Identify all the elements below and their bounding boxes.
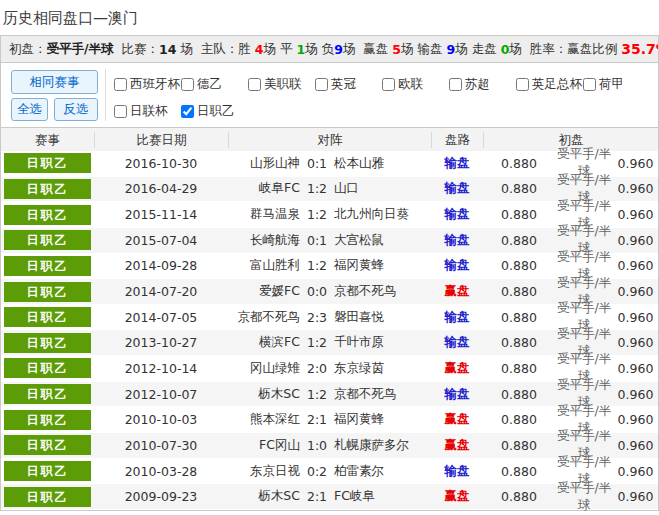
- checkbox-label: 英足总杯: [532, 76, 582, 93]
- league-badge: 日职乙: [4, 307, 91, 327]
- match-score: 0:1: [300, 233, 334, 248]
- match-score: 1:2: [300, 387, 334, 402]
- header-league: 赛事: [1, 132, 94, 148]
- away-odds: 0.960: [613, 310, 658, 325]
- away-team: 福冈黄蜂: [334, 411, 431, 428]
- league-checkbox-美职联[interactable]: 美职联: [248, 76, 315, 93]
- match-date: 2016-04-29: [94, 181, 228, 196]
- away-odds: 0.960: [613, 156, 658, 171]
- checkbox-row-1: 西班牙杯德乙美职联英冠欧联苏超英足总杯荷甲: [114, 73, 658, 95]
- table-body: 日职乙2016-10-30山形山神0:1松本山雅输盘0.880受平手/半球0.9…: [0, 151, 659, 511]
- match-score: 1:2: [300, 258, 334, 273]
- checkbox-input[interactable]: [181, 78, 194, 91]
- home-odds: 0.880: [483, 181, 555, 196]
- header-match: 对阵: [228, 132, 431, 148]
- checkbox-input[interactable]: [114, 78, 127, 91]
- league-checkbox-日联杯[interactable]: 日联杯: [114, 103, 181, 120]
- checkbox-input[interactable]: [516, 78, 529, 91]
- handicap-result: 输盘: [431, 180, 483, 197]
- home-odds: 0.880: [483, 438, 555, 453]
- handicap-result: 输盘: [431, 155, 483, 172]
- page-title: 历史相同盘口—澳门: [0, 0, 659, 35]
- checkbox-input[interactable]: [114, 105, 127, 118]
- handicap-result: 输盘: [431, 232, 483, 249]
- away-team: 京都不死鸟: [334, 283, 431, 300]
- home-odds: 0.880: [483, 207, 555, 222]
- league-badge: 日职乙: [4, 410, 91, 430]
- match-date: 2016-10-30: [94, 156, 228, 171]
- checkbox-input[interactable]: [382, 78, 395, 91]
- checkbox-input[interactable]: [248, 78, 261, 91]
- handicap-result: 输盘: [431, 206, 483, 223]
- league-checkbox-area: 西班牙杯德乙美职联英冠欧联苏超英足总杯荷甲 日联杯日职乙: [105, 63, 658, 122]
- away-odds: 0.960: [613, 335, 658, 350]
- stats-segment: 35.7%: [621, 41, 659, 57]
- away-team: 磐田喜悦: [334, 309, 431, 326]
- league-checkbox-苏超[interactable]: 苏超: [449, 76, 516, 93]
- checkbox-input[interactable]: [181, 105, 194, 118]
- home-team: 群马温泉: [228, 206, 300, 223]
- checkbox-label: 日联杯: [130, 103, 168, 120]
- league-checkbox-德乙[interactable]: 德乙: [181, 76, 248, 93]
- checkbox-input[interactable]: [449, 78, 462, 91]
- handicap-result: 赢盘: [431, 411, 483, 428]
- handicap-result: 输盘: [431, 309, 483, 326]
- match-cell: 爱媛FC0:0京都不死鸟: [228, 283, 431, 300]
- league-checkbox-英冠[interactable]: 英冠: [315, 76, 382, 93]
- league-checkbox-西班牙杯[interactable]: 西班牙杯: [114, 76, 181, 93]
- stats-segment: 受平手/半球: [47, 41, 114, 58]
- league-cell: 日职乙: [1, 179, 94, 199]
- league-badge: 日职乙: [4, 333, 91, 353]
- league-cell: 日职乙: [1, 384, 94, 404]
- select-all-button[interactable]: 全选: [11, 98, 48, 121]
- away-team: 札幌康萨多尔: [334, 437, 431, 454]
- away-odds: 0.960: [613, 284, 658, 299]
- home-odds: 0.880: [483, 387, 555, 402]
- home-team: 长崎航海: [228, 232, 300, 249]
- header-result: 盘路: [431, 132, 483, 148]
- same-event-button[interactable]: 相同赛事: [11, 70, 98, 94]
- match-score: 1:2: [300, 335, 334, 350]
- handicap-line: 受平手/半球: [555, 480, 613, 514]
- stats-segment: 4: [255, 42, 264, 57]
- league-cell: 日职乙: [1, 487, 94, 507]
- match-score: 0:0: [300, 284, 334, 299]
- away-team: 东京绿茵: [334, 360, 431, 377]
- home-team: 冈山绿雉: [228, 360, 300, 377]
- away-team: 北九州向日葵: [334, 206, 431, 223]
- home-team: 富山胜利: [228, 257, 300, 274]
- away-odds: 0.960: [613, 387, 658, 402]
- league-cell: 日职乙: [1, 230, 94, 250]
- handicap-result: 输盘: [431, 463, 483, 480]
- match-date: 2010-03-28: [94, 464, 228, 479]
- away-team: 京都不死鸟: [334, 386, 431, 403]
- league-cell: 日职乙: [1, 256, 94, 276]
- stats-segment: 场 走盘: [455, 41, 500, 58]
- match-date: 2009-09-23: [94, 489, 228, 504]
- invert-selection-button[interactable]: 反选: [54, 98, 98, 121]
- match-cell: 东京日视0:2柏雷素尔: [228, 463, 431, 480]
- league-checkbox-日职乙[interactable]: 日职乙: [181, 103, 248, 120]
- league-checkbox-英足总杯[interactable]: 英足总杯: [516, 76, 583, 93]
- match-score: 2:1: [300, 489, 334, 504]
- checkbox-input[interactable]: [315, 78, 328, 91]
- stats-segment: 比赛：: [114, 41, 159, 58]
- handicap-result: 输盘: [431, 334, 483, 351]
- match-score: 1:2: [300, 181, 334, 196]
- home-odds: 0.880: [483, 464, 555, 479]
- league-badge: 日职乙: [4, 461, 91, 481]
- checkbox-input[interactable]: [583, 78, 596, 91]
- league-checkbox-荷甲[interactable]: 荷甲: [583, 76, 650, 93]
- stats-segment: 场 胜率：赢盘比例: [509, 41, 621, 58]
- home-odds: 0.880: [483, 233, 555, 248]
- checkbox-label: 西班牙杯: [130, 76, 180, 93]
- match-date: 2010-10-03: [94, 412, 228, 427]
- league-badge: 日职乙: [4, 487, 91, 507]
- stats-segment: 14: [159, 42, 176, 57]
- league-checkbox-欧联[interactable]: 欧联: [382, 76, 449, 93]
- league-cell: 日职乙: [1, 205, 94, 225]
- league-badge: 日职乙: [4, 358, 91, 378]
- checkbox-label: 荷甲: [599, 76, 624, 93]
- home-team: 熊本深红: [228, 411, 300, 428]
- match-cell: 横滨FC1:2千叶市原: [228, 334, 431, 351]
